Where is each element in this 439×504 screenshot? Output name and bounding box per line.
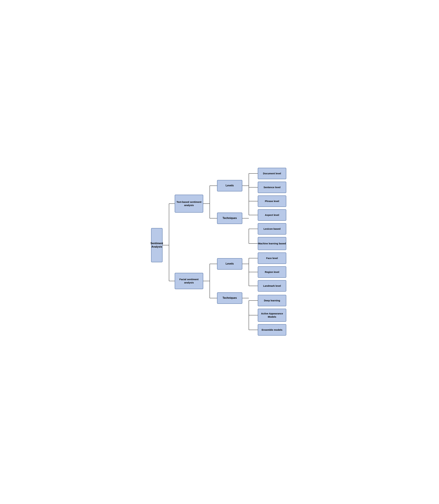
node-label-landmark_level: Landmark level [263,284,281,287]
node-label-techniques1: Techniques [223,217,237,220]
node-label-root: Sentiment Analysis [150,242,163,249]
node-landmark_level: Landmark level [258,280,286,292]
node-label-deep_learning: Deep learning [264,299,280,302]
node-label-levels2: Levels [226,262,234,266]
node-label-phrase_level: Phrase level [265,199,279,203]
node-deep_learning: Deep learning [258,295,286,306]
node-root: Sentiment Analysis [151,228,162,262]
node-label-region_level: Region level [265,270,279,274]
node-document_level: Document level [258,168,286,179]
node-ml_based: Machine learning based [258,237,286,250]
node-phrase_level: Phrase level [258,196,286,207]
node-aspect_level: Aspect level [258,209,286,221]
node-levels2: Levels [217,258,242,270]
node-text_based: Text-based sentiment analysis [175,195,203,213]
node-active_appearance: Active Appearance Models [258,309,286,322]
node-label-face_level: Face level [266,257,278,260]
node-label-text_based: Text-based sentiment analysis [175,200,203,207]
node-face_level: Face level [258,252,286,264]
node-techniques1: Techniques [217,213,242,224]
node-facial: Facial sentiment analysis [175,273,203,289]
node-label-facial: Facial sentiment analysis [175,278,203,284]
node-levels1: Levels [217,180,242,191]
node-label-ml_based: Machine learning based [258,242,286,245]
node-label-active_appearance: Active Appearance Models [258,312,286,318]
node-lexicon_based: Lexicon based [258,223,286,234]
node-label-aspect_level: Aspect level [265,213,279,217]
node-label-document_level: Document level [263,172,281,175]
node-techniques2: Techniques [217,292,242,304]
node-ensemble_models: Ensemble models [258,324,286,336]
tree-diagram: Sentiment AnalysisText-based sentiment a… [149,165,290,339]
node-label-lexicon_based: Lexicon based [263,227,280,231]
node-label-sentence_level: Sentence level [263,186,280,189]
node-region_level: Region level [258,266,286,278]
node-label-ensemble_models: Ensemble models [262,328,282,332]
node-label-levels1: Levels [226,184,234,187]
node-sentence_level: Sentence level [258,182,286,193]
node-label-techniques2: Techniques [223,296,237,300]
